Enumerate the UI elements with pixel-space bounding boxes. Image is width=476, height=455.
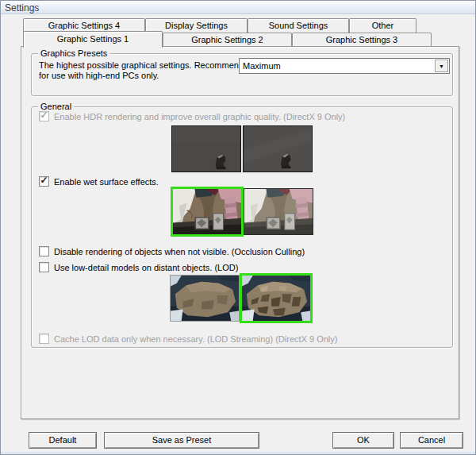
tab-label: Graphic Settings 1 [57, 34, 129, 44]
tab-sound-settings[interactable]: Sound Settings [248, 18, 349, 33]
lod-high-detail-image [242, 276, 310, 321]
default-button[interactable]: Default [29, 432, 97, 449]
wet-surface-on-image [173, 189, 241, 234]
lod-streaming-checkbox [39, 334, 49, 344]
hdr-on-thumbnail [243, 125, 313, 172]
wet-surface-checkbox[interactable]: ✓ [39, 176, 49, 187]
preset-description-line2: for use with high-end PCs only. [39, 71, 159, 81]
preset-dropdown-value: Maximum [243, 61, 281, 71]
tab-label: Graphic Settings 2 [191, 35, 263, 44]
wet-surface-on-thumbnail [171, 187, 244, 237]
tab-label: Sound Settings [269, 21, 328, 30]
wet-surface-off-image [244, 189, 313, 234]
hdr-checkbox-label: Enable HDR rendering and improve overall… [54, 112, 345, 122]
graphics-presets-group-label: Graphics Presets [38, 48, 109, 59]
tab-label: Graphic Settings 3 [326, 35, 398, 44]
ok-button[interactable]: OK [332, 432, 394, 449]
preset-dropdown[interactable]: Maximum ▼ [239, 58, 450, 74]
save-as-preset-button[interactable]: Save as Preset [104, 432, 259, 449]
chevron-down-icon[interactable]: ▼ [435, 60, 448, 72]
lod-comparison-thumbnails [170, 275, 311, 322]
tab-other[interactable]: Other [349, 18, 416, 33]
checkmark-icon: ✓ [40, 175, 48, 186]
lod-low-detail-image [171, 276, 239, 321]
wet-surface-checkbox-label[interactable]: Enable wet surface effects. [54, 177, 159, 187]
preset-description-line1: The highest possible graphical settings.… [39, 60, 253, 71]
settings-window: Settings Graphic Settings 4 Display Sett… [0, 0, 476, 455]
window-bottom-border [1, 452, 475, 454]
lod-checkbox-label[interactable]: Use low-detail models on distant objects… [54, 263, 238, 273]
tab-label: Other [372, 21, 394, 30]
lod-streaming-checkbox-label: Cache LOD data only when necessary. (LOD… [54, 334, 337, 345]
hdr-checkbox: ✓ [39, 111, 49, 121]
wet-surface-comparison-thumbnails [172, 188, 313, 235]
occlusion-culling-checkbox[interactable] [39, 246, 49, 256]
lod-high-detail-thumbnail [240, 273, 313, 323]
wet-surface-off-thumbnail [244, 188, 313, 235]
lod-low-detail-thumbnail [170, 275, 240, 322]
occlusion-culling-checkbox-label[interactable]: Disable rendering of objects when not vi… [54, 247, 305, 257]
hdr-on-image [244, 126, 312, 172]
tab-label: Graphic Settings 4 [48, 21, 121, 30]
hdr-comparison-thumbnails [171, 125, 313, 172]
title-bar: Settings [1, 1, 475, 14]
tab-graphic-settings-3[interactable]: Graphic Settings 3 [292, 33, 432, 46]
checkmark-icon: ✓ [40, 110, 48, 121]
hdr-off-thumbnail [171, 125, 241, 172]
tab-graphic-settings-2[interactable]: Graphic Settings 2 [163, 33, 292, 46]
cancel-button[interactable]: Cancel [400, 432, 463, 449]
tab-graphic-settings-1[interactable]: Graphic Settings 1 [23, 31, 163, 48]
hdr-off-image [172, 126, 240, 172]
tab-label: Display Settings [165, 21, 228, 30]
lod-checkbox[interactable] [39, 262, 49, 272]
window-title: Settings [5, 2, 39, 13]
